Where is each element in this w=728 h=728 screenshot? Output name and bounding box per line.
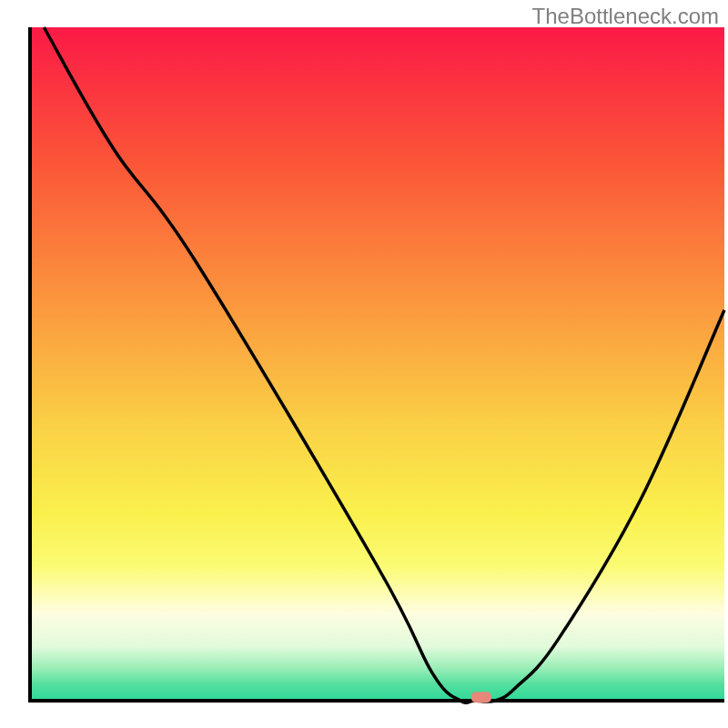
bottleneck-chart: TheBottleneck.com xyxy=(0,0,728,728)
watermark-text: TheBottleneck.com xyxy=(532,4,719,29)
chart-background xyxy=(30,27,724,701)
optimal-marker xyxy=(471,692,491,703)
chart-svg xyxy=(0,0,728,728)
